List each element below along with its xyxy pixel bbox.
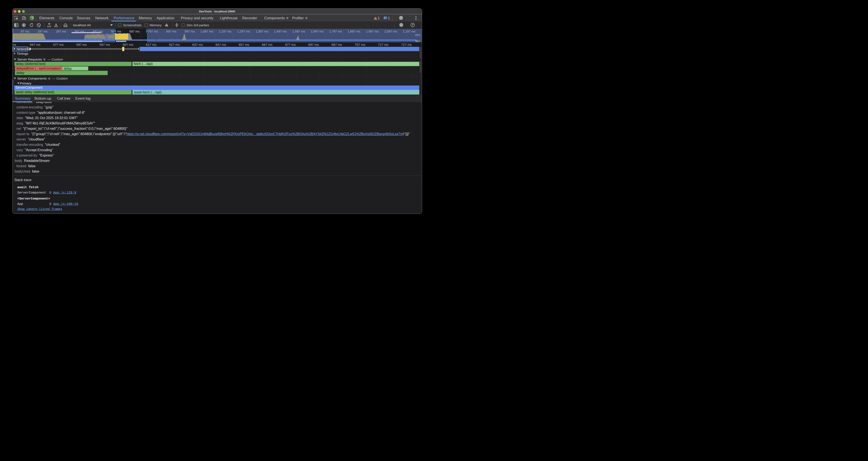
svg-text:?: ?	[412, 24, 413, 27]
